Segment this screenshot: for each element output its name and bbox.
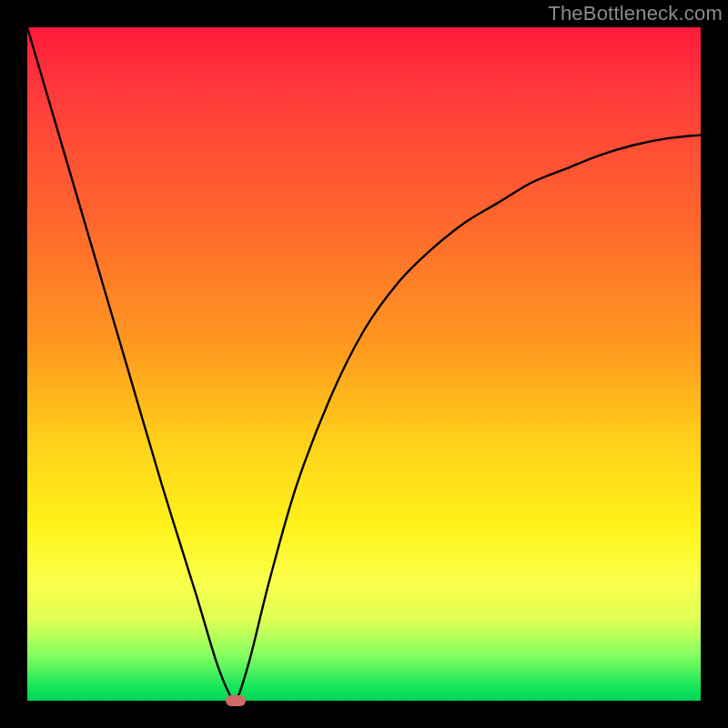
curve-svg [27, 27, 701, 701]
watermark-text: TheBottleneck.com [548, 2, 723, 25]
outer-frame: TheBottleneck.com [0, 0, 728, 728]
plot-area [27, 27, 701, 701]
bottleneck-curve [27, 27, 701, 703]
min-marker [226, 695, 246, 706]
